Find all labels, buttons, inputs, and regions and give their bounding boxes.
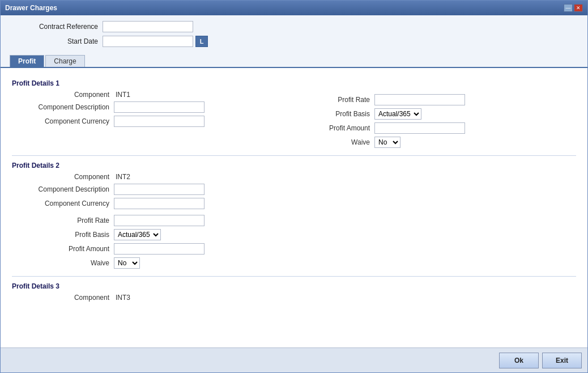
pd1-currency-label: Component Currency	[12, 117, 114, 125]
pd1r-amount-row: Profit Amount	[312, 122, 576, 134]
pd2-waive-row: Waive No Yes	[12, 257, 301, 269]
start-date-label: Start Date	[12, 37, 103, 45]
profit-details-2-cols: Component INT2 Component Description Com…	[12, 173, 576, 272]
pd3-component-row: Component INT3	[12, 294, 576, 302]
profit-details-2-right	[301, 173, 576, 272]
profit-details-3-container: Profit Details 3 Component INT3	[12, 282, 576, 302]
title-bar-left: Drawer Charges	[5, 4, 57, 12]
pd2-basis-label: Profit Basis	[12, 231, 114, 239]
pd2-rate-input[interactable]	[114, 215, 204, 226]
pd2-component-row: Component INT2	[12, 173, 301, 181]
pd2-basis-row: Profit Basis Actual/365 Actual/360 30/36…	[12, 229, 301, 240]
ok-button[interactable]: Ok	[499, 353, 539, 368]
start-date-row: Start Date L	[12, 36, 576, 47]
pd1-component-value: INT1	[114, 91, 130, 99]
contract-reference-label: Contract Reference	[12, 23, 103, 31]
pd1-desc-input[interactable]	[114, 101, 204, 113]
pd2-currency-input[interactable]	[114, 198, 204, 209]
l-button[interactable]: L	[195, 36, 208, 47]
pd1-desc-label: Component Description	[12, 103, 114, 111]
pd1r-rate-label: Profit Rate	[312, 96, 374, 104]
pd2-amount-input[interactable]	[114, 243, 204, 255]
tabs-row: Profit Charge	[1, 53, 587, 67]
pd1-component-row: Component INT1	[12, 91, 301, 99]
pd1r-waive-label: Waive	[312, 138, 374, 146]
pd1r-basis-label: Profit Basis	[312, 110, 374, 118]
content-area: Profit Details 1 Component INT1 Componen…	[1, 67, 587, 347]
main-window: Drawer Charges — ✕ Contract Reference St…	[0, 0, 588, 373]
title-bar: Drawer Charges — ✕	[1, 1, 587, 15]
divider-1	[12, 155, 576, 156]
window-body: Contract Reference Start Date L Profit C…	[1, 15, 587, 372]
pd1-desc-row: Component Description	[12, 101, 301, 113]
pd2-rate-label: Profit Rate	[12, 217, 114, 224]
pd2-desc-row: Component Description	[12, 184, 301, 195]
profit-details-1-container: Profit Details 1 Component INT1 Componen…	[12, 74, 576, 151]
scroll-content[interactable]: Profit Details 1 Component INT1 Componen…	[1, 68, 587, 347]
pd2-currency-row: Component Currency	[12, 198, 301, 209]
title-bar-controls: — ✕	[564, 4, 583, 12]
pd2-amount-label: Profit Amount	[12, 245, 114, 253]
footer: Ok Exit	[1, 347, 587, 372]
window-title: Drawer Charges	[5, 4, 57, 12]
tab-profit[interactable]: Profit	[10, 55, 44, 67]
tab-charge[interactable]: Charge	[45, 55, 84, 67]
pd2-waive-label: Waive	[12, 259, 114, 267]
pd1r-rate-input[interactable]	[374, 94, 465, 105]
profit-details-1-left: Profit Details 1 Component INT1 Componen…	[12, 74, 301, 151]
profit-details-1-title: Profit Details 1	[12, 79, 301, 87]
pd2-basis-select[interactable]: Actual/365 Actual/360 30/360	[114, 229, 161, 240]
profit-details-1-right: Profit Rate Profit Basis Actual/365 Actu…	[301, 74, 576, 151]
top-form: Contract Reference Start Date L	[1, 15, 587, 53]
divider-2	[12, 276, 576, 277]
pd2-amount-row: Profit Amount	[12, 243, 301, 255]
pd2-component-label: Component	[12, 173, 114, 181]
pd1r-waive-select[interactable]: No Yes	[374, 137, 400, 148]
pd2-rate-row: Profit Rate	[12, 215, 301, 226]
pd1r-amount-label: Profit Amount	[312, 124, 374, 132]
close-button[interactable]: ✕	[574, 4, 583, 12]
contract-reference-row: Contract Reference	[12, 21, 576, 32]
pd1r-waive-row: Waive No Yes	[312, 137, 576, 148]
pd1r-basis-select[interactable]: Actual/365 Actual/360 30/360	[374, 108, 421, 120]
pd1r-basis-row: Profit Basis Actual/365 Actual/360 30/36…	[312, 108, 576, 120]
start-date-input[interactable]	[103, 36, 193, 47]
pd1r-rate-row: Profit Rate	[312, 94, 576, 105]
pd1-component-label: Component	[12, 91, 114, 99]
pd1-currency-row: Component Currency	[12, 116, 301, 127]
exit-button[interactable]: Exit	[542, 353, 582, 368]
pd3-component-value: INT3	[114, 294, 130, 302]
pd2-waive-select[interactable]: No Yes	[114, 257, 140, 269]
contract-reference-input[interactable]	[103, 21, 193, 32]
profit-details-2-left: Component INT2 Component Description Com…	[12, 173, 301, 272]
pd1-currency-input[interactable]	[114, 116, 204, 127]
pd3-component-label: Component	[12, 294, 114, 302]
pd2-component-value: INT2	[114, 173, 130, 181]
profit-details-2-container: Profit Details 2 Component INT2 Componen…	[12, 162, 576, 272]
pd2-desc-input[interactable]	[114, 184, 204, 195]
profit-details-2-title: Profit Details 2	[12, 162, 576, 169]
pd2-currency-label: Component Currency	[12, 200, 114, 207]
pd1r-amount-input[interactable]	[374, 122, 465, 134]
pd2-desc-label: Component Description	[12, 185, 114, 193]
profit-details-3-title: Profit Details 3	[12, 282, 576, 290]
minimize-button[interactable]: —	[564, 4, 573, 12]
